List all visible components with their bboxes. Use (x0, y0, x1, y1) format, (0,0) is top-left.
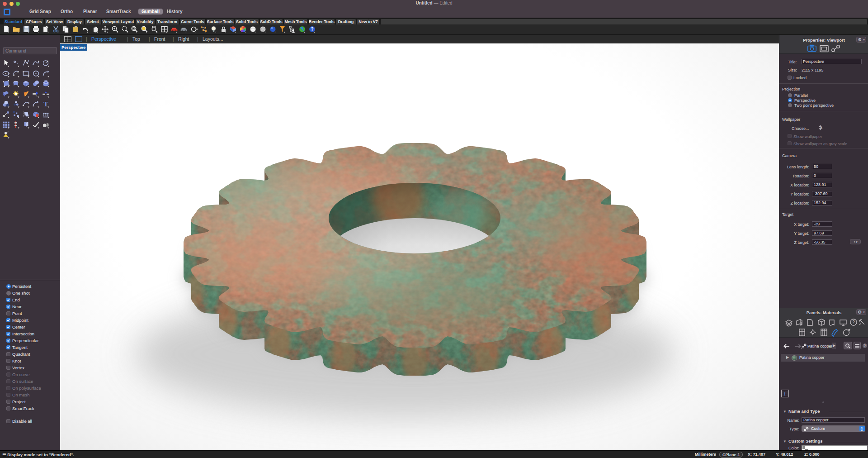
svg-text:⚙: ⚙ (858, 310, 862, 315)
svg-text:?: ? (311, 27, 313, 32)
svg-text:▾: ▾ (863, 310, 865, 314)
svg-text:⚙: ⚙ (858, 37, 862, 42)
svg-text:?: ? (852, 320, 855, 325)
svg-text:▾: ▾ (863, 38, 865, 41)
svg-text:T: T (43, 100, 48, 108)
